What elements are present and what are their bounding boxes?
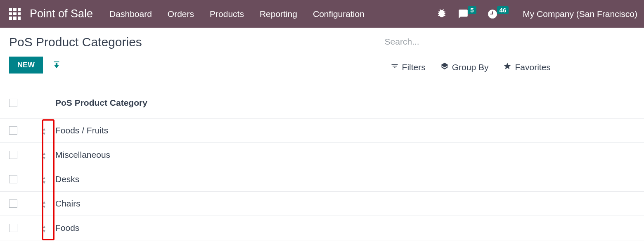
table-row[interactable]: Miscellaneous [0,143,644,167]
table-wrap: PoS Product Category Foods / Fruits Misc… [0,87,644,240]
table-row[interactable]: Foods [0,216,644,240]
row-name: Miscellaneous [54,150,635,160]
control-panel: PoS Product Categories NEW Filters Group… [0,28,644,79]
drag-handle-icon[interactable] [42,199,46,208]
messages-badge: 5 [468,6,476,14]
page-title: PoS Product Categories [9,35,385,49]
search-tools: Filters Group By Favorites [385,62,635,72]
messaging-icon[interactable]: 5 [458,9,476,19]
row-checkbox[interactable] [9,199,17,208]
layers-icon [440,62,449,72]
drag-handle-icon[interactable] [42,175,46,184]
select-all-checkbox[interactable] [9,99,17,107]
row-checkbox[interactable] [9,151,17,159]
table-row[interactable]: Foods / Fruits [0,119,644,143]
nav-right: 5 46 My Company (San Francisco) [436,8,637,20]
new-button[interactable]: NEW [9,57,43,74]
groupby-button[interactable]: Group By [440,62,489,72]
row-checkbox[interactable] [9,126,17,135]
apps-icon[interactable] [9,8,21,20]
app-brand[interactable]: Point of Sale [30,7,93,20]
top-navbar: Point of Sale Dashboard Orders Products … [0,0,644,28]
groupby-label: Group By [452,62,489,72]
drag-handle-icon[interactable] [42,223,46,233]
nav-links: Dashboard Orders Products Reporting Conf… [109,9,365,19]
table-row[interactable]: Desks [0,167,644,192]
row-checkbox[interactable] [9,224,17,232]
search-wrap [385,35,635,51]
table-header-row: PoS Product Category [0,87,644,119]
company-selector[interactable]: My Company (San Francisco) [523,9,637,19]
filter-icon [391,62,399,72]
row-checkbox[interactable] [9,175,17,183]
row-name: Foods [54,223,635,233]
drag-handle-icon[interactable] [42,126,46,135]
drag-handle-icon[interactable] [42,150,46,159]
activities-icon[interactable]: 46 [487,9,509,19]
nav-link-products[interactable]: Products [210,9,244,19]
activities-badge: 46 [497,6,509,14]
column-header-name[interactable]: PoS Product Category [54,98,635,108]
nav-link-dashboard[interactable]: Dashboard [109,9,152,19]
row-name: Chairs [54,199,635,209]
row-name: Desks [54,174,635,184]
table-row[interactable]: Chairs [0,192,644,216]
download-icon[interactable] [52,60,61,71]
nav-link-reporting[interactable]: Reporting [260,9,297,19]
star-icon [503,62,511,72]
favorites-button[interactable]: Favorites [503,62,550,72]
debug-icon[interactable] [436,8,447,20]
nav-link-configuration[interactable]: Configuration [313,9,365,19]
favorites-label: Favorites [515,62,550,72]
row-name: Foods / Fruits [54,126,635,135]
category-table: PoS Product Category Foods / Fruits Misc… [0,87,644,240]
filters-button[interactable]: Filters [391,62,426,72]
search-input[interactable] [385,35,635,48]
nav-link-orders[interactable]: Orders [168,9,194,19]
filters-label: Filters [402,62,426,72]
